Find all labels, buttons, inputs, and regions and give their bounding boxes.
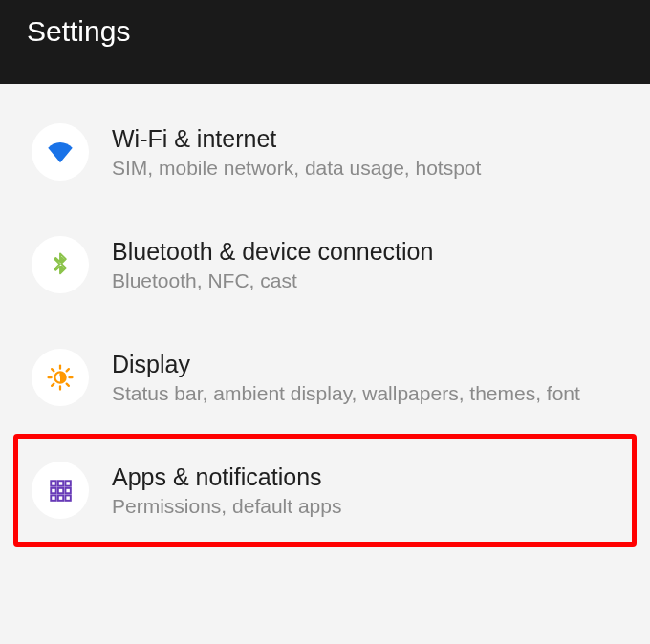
svg-rect-13 xyxy=(58,488,63,493)
item-title: Apps & notifications xyxy=(112,463,622,491)
svg-line-5 xyxy=(52,369,54,371)
page-title: Settings xyxy=(27,15,130,48)
wifi-icon xyxy=(32,123,89,181)
settings-item-wifi[interactable]: Wi-Fi & internet SIM, mobile network, da… xyxy=(13,96,637,208)
svg-line-6 xyxy=(67,384,69,386)
item-title: Display xyxy=(112,351,622,378)
item-text: Apps & notifications Permissions, defaul… xyxy=(112,463,622,518)
svg-rect-12 xyxy=(51,488,55,493)
settings-list: Wi-Fi & internet SIM, mobile network, da… xyxy=(0,84,650,547)
header: Settings xyxy=(0,0,650,84)
svg-rect-16 xyxy=(58,495,63,500)
settings-item-display[interactable]: Display Status bar, ambient display, wal… xyxy=(13,321,637,434)
item-text: Wi-Fi & internet SIM, mobile network, da… xyxy=(112,125,622,180)
svg-rect-17 xyxy=(65,495,70,500)
svg-rect-11 xyxy=(65,481,70,485)
item-subtitle: SIM, mobile network, data usage, hotspot xyxy=(112,157,622,180)
item-subtitle: Bluetooth, NFC, cast xyxy=(112,269,622,292)
item-title: Wi-Fi & internet xyxy=(112,125,622,153)
svg-rect-9 xyxy=(51,481,55,485)
svg-rect-14 xyxy=(65,488,70,493)
settings-item-apps[interactable]: Apps & notifications Permissions, defaul… xyxy=(13,434,637,547)
svg-rect-10 xyxy=(58,481,63,485)
display-icon xyxy=(32,349,89,406)
item-subtitle: Status bar, ambient display, wallpapers,… xyxy=(112,382,622,405)
svg-rect-15 xyxy=(51,495,55,500)
svg-line-8 xyxy=(67,369,69,371)
item-text: Display Status bar, ambient display, wal… xyxy=(112,351,622,405)
svg-line-7 xyxy=(52,384,54,386)
item-title: Bluetooth & device connection xyxy=(112,238,622,266)
bluetooth-icon xyxy=(32,236,89,293)
settings-item-bluetooth[interactable]: Bluetooth & device connection Bluetooth,… xyxy=(13,208,637,321)
item-subtitle: Permissions, default apps xyxy=(112,495,622,518)
item-text: Bluetooth & device connection Bluetooth,… xyxy=(112,238,622,292)
apps-icon xyxy=(32,462,89,519)
